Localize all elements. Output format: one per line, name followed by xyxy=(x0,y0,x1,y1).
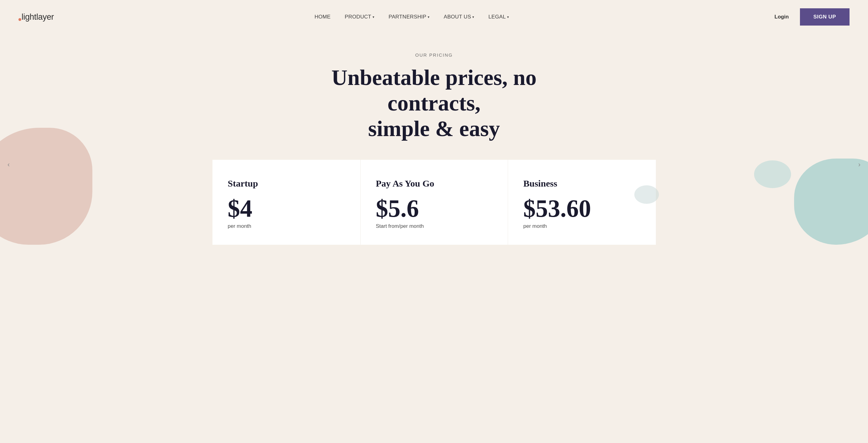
plan-price-business: $53.60 xyxy=(523,196,641,221)
nav-item-product[interactable]: PRODUCT ▾ xyxy=(339,11,380,23)
plan-period-payasyougo: Start from/per month xyxy=(376,223,492,229)
nav-item-home[interactable]: HOME xyxy=(309,11,336,23)
plan-period-startup: per month xyxy=(228,223,345,229)
plan-price-payasyougo: $5.6 xyxy=(376,196,492,221)
plan-name-payasyougo: Pay As You Go xyxy=(376,178,492,189)
nav-item-partnership[interactable]: PARTNERSHIP ▾ xyxy=(383,11,435,23)
main-content: ‹ › OUR PRICING Unbeatable prices, no co… xyxy=(0,34,868,245)
nav-item-legal[interactable]: LEGAL ▾ xyxy=(483,11,515,23)
plan-name-business: Business xyxy=(523,178,641,189)
plan-period-business: per month xyxy=(523,223,641,229)
pricing-card-business: Business $53.60 per month xyxy=(508,160,656,245)
pricing-card-startup: Startup $4 per month xyxy=(213,160,360,245)
signup-button[interactable]: SIGN UP xyxy=(800,8,849,26)
chevron-down-icon: ▾ xyxy=(428,15,430,19)
chevron-down-icon: ▾ xyxy=(472,15,474,19)
login-button[interactable]: Login xyxy=(770,11,794,23)
nav-item-about-us[interactable]: ABOUT US ▾ xyxy=(438,11,480,23)
pricing-title: Unbeatable prices, no contracts, simple … xyxy=(296,65,573,141)
logo-text: lightlayer xyxy=(22,12,54,22)
pricing-card-payasyougo: Pay As You Go $5.6 Start from/per month xyxy=(360,160,508,245)
carousel-right-arrow[interactable]: › xyxy=(854,159,865,170)
plan-name-startup: Startup xyxy=(228,178,345,189)
chevron-down-icon: ▾ xyxy=(507,15,509,19)
header: lightlayer HOME PRODUCT ▾ PARTNERSHIP ▾ … xyxy=(0,0,868,34)
nav-actions: Login SIGN UP xyxy=(770,8,849,26)
logo[interactable]: lightlayer xyxy=(19,12,54,22)
chevron-down-icon: ▾ xyxy=(373,15,374,19)
carousel-left-arrow[interactable]: ‹ xyxy=(3,159,14,170)
decorative-blob-card-edge xyxy=(634,185,659,204)
plan-price-startup: $4 xyxy=(228,196,345,221)
pricing-header: OUR PRICING Unbeatable prices, no contra… xyxy=(19,52,849,141)
main-nav: HOME PRODUCT ▾ PARTNERSHIP ▾ ABOUT US ▾ … xyxy=(309,11,515,23)
pricing-section-label: OUR PRICING xyxy=(19,52,849,58)
pricing-cards-container: Startup $4 per month Pay As You Go $5.6 … xyxy=(12,160,856,245)
